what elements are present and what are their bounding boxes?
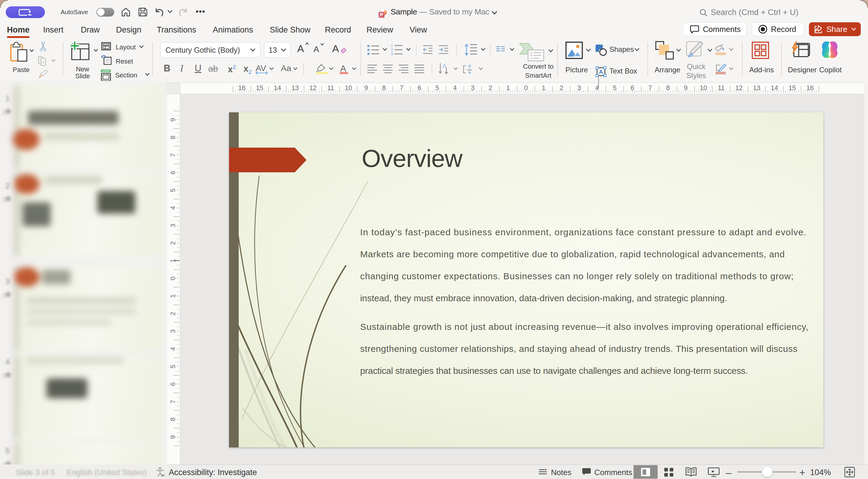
svg-text:7: 7: [400, 84, 404, 92]
svg-text:3: 3: [471, 84, 474, 92]
svg-text:5: 5: [613, 84, 616, 92]
svg-text:3: 3: [169, 329, 177, 333]
svg-text:7: 7: [169, 400, 177, 404]
svg-text:0: 0: [524, 84, 528, 92]
svg-text:9: 9: [364, 84, 368, 92]
svg-text:0: 0: [169, 277, 177, 280]
svg-text:6: 6: [417, 84, 421, 92]
svg-text:8: 8: [169, 418, 177, 421]
svg-text:11: 11: [718, 84, 724, 92]
svg-text:4: 4: [169, 347, 177, 351]
svg-text:10: 10: [345, 84, 352, 92]
svg-text:3: 3: [169, 224, 177, 227]
svg-text:14: 14: [274, 84, 281, 92]
svg-text:15: 15: [788, 84, 796, 92]
svg-text:1: 1: [169, 294, 177, 298]
svg-text:5: 5: [169, 188, 177, 192]
svg-text:1: 1: [506, 84, 510, 92]
svg-text:1: 1: [391, 43, 393, 47]
svg-text:2: 2: [169, 241, 177, 245]
svg-text:6: 6: [169, 171, 177, 174]
svg-text:9: 9: [684, 84, 687, 92]
svg-text:15: 15: [256, 84, 263, 92]
svg-text:2: 2: [489, 84, 492, 92]
svg-text:13: 13: [291, 84, 299, 92]
svg-text:10: 10: [700, 84, 707, 92]
svg-text:14: 14: [771, 84, 778, 92]
svg-text:4: 4: [595, 84, 598, 92]
svg-text:2: 2: [169, 312, 177, 315]
svg-text:13: 13: [753, 84, 760, 92]
svg-text:5: 5: [435, 84, 439, 92]
svg-text:5: 5: [169, 364, 177, 368]
svg-text:16: 16: [238, 84, 245, 92]
svg-text:8: 8: [169, 135, 177, 139]
svg-text:3: 3: [391, 52, 393, 56]
svg-text:P: P: [380, 12, 383, 18]
svg-text:4: 4: [169, 206, 177, 210]
svg-text:4: 4: [453, 84, 457, 92]
svg-text:2: 2: [560, 84, 563, 92]
svg-text:6: 6: [169, 382, 177, 386]
svg-text:2: 2: [391, 47, 393, 52]
svg-text:12: 12: [735, 84, 743, 92]
svg-text:16: 16: [806, 84, 813, 92]
svg-text:8: 8: [666, 84, 670, 92]
svg-text:11: 11: [327, 84, 334, 92]
svg-text:7: 7: [648, 84, 652, 92]
svg-text:A: A: [599, 69, 603, 75]
svg-text:9: 9: [169, 118, 177, 121]
svg-text:9: 9: [169, 435, 177, 439]
svg-text:3: 3: [578, 84, 581, 92]
svg-text:1: 1: [542, 84, 546, 92]
svg-text:12: 12: [309, 84, 316, 92]
svg-text:8: 8: [382, 84, 386, 92]
svg-text:7: 7: [169, 153, 177, 157]
svg-text:6: 6: [630, 84, 634, 92]
